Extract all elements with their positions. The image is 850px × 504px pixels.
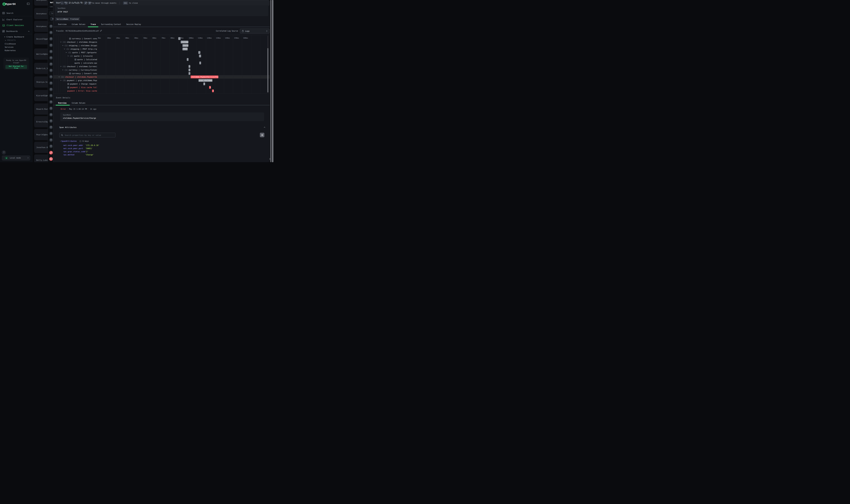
span-bar[interactable]: ( <box>188 65 190 68</box>
event-ago: 1h ago <box>86 2 92 3</box>
swap-horizontal-icon[interactable] <box>49 151 53 155</box>
local-mode-button[interactable]: U Local mode <box>2 156 30 161</box>
location-pin-icon[interactable] <box>49 132 53 135</box>
location-pin-icon[interactable] <box>49 50 53 53</box>
span-row[interactable]: currency | Convert convers… <box>53 37 97 40</box>
span-bar[interactable]: POST htt <box>182 48 188 50</box>
attribute-key[interactable]: rpc.method <box>63 154 85 156</box>
location-pin-icon[interactable] <box>49 62 53 66</box>
attribute-search-input[interactable] <box>64 134 114 137</box>
attribute-row[interactable]: rpc.method"Charge" <box>63 153 185 156</box>
location-pin-icon[interactable] <box>49 24 53 28</box>
location-pin-icon[interactable] <box>49 56 53 60</box>
span-row[interactable]: quote | calculate-quote <box>53 61 97 65</box>
preset-item-services[interactable]: Services <box>5 46 14 48</box>
location-pin-icon[interactable] <box>49 107 53 110</box>
sidebar-item-chart-explorer[interactable]: Chart Explorer <box>0 18 33 21</box>
span-row[interactable]: payment | Charge request rec… <box>53 82 97 86</box>
scrollbar-thumb[interactable] <box>270 0 271 162</box>
span-row[interactable]: quote | Calculated q… <box>53 58 97 61</box>
span-row[interactable]: (1)shipping | oteldemo.Shipping… <box>53 44 97 47</box>
attribute-key[interactable]: net.sock.peer.addr <box>63 144 85 146</box>
scrollbar-thumb[interactable] <box>272 0 274 162</box>
span-bar[interactable]: oteldemo. <box>182 44 188 47</box>
session-title: Wal <box>50 1 54 4</box>
location-pin-icon[interactable] <box>49 88 53 91</box>
terminal-icon[interactable] <box>49 157 53 161</box>
span-bar[interactable]: ( <box>203 83 205 85</box>
span-row[interactable]: (1)shipping | POST http://quo… <box>53 47 97 51</box>
attribute-row[interactable]: rpc.grpc.status_code"2" <box>63 150 185 153</box>
event-tab-column-values[interactable]: Column Values <box>72 102 85 104</box>
chevron-down-icon <box>67 55 69 57</box>
chevron-up-icon[interactable] <box>264 127 266 128</box>
attribute-row[interactable]: net.sock.peer.port"50051" <box>63 147 185 150</box>
location-pin-icon[interactable] <box>49 37 53 41</box>
span-row[interactable]: (1)checkout | oteldemo.CurrencySe… <box>53 65 97 68</box>
location-pin-icon[interactable] <box>49 31 53 34</box>
attribute-key[interactable]: rpc.grpc.status_code <box>63 150 85 152</box>
trace-drawer: Unset·May 15 1:40:14 PM·1h ago SpanName … <box>53 0 270 162</box>
span-bar[interactable] <box>198 51 200 54</box>
service-name-badge[interactable]: ServiceName: frontend <box>55 17 80 21</box>
span-bar[interactable]: V <box>209 86 211 89</box>
session-label: Roderick_S <box>36 67 48 70</box>
presets-toggle[interactable]: PRESETS <box>5 39 16 41</box>
span-attributes-root[interactable]: ▾ SpanAttributes {} 6 keys <box>60 140 89 142</box>
location-pin-icon[interactable] <box>49 100 53 104</box>
sidebar: HyperDX SearchChart ExplorerClient Sessi… <box>0 0 33 162</box>
tab-column-values[interactable]: Column Values <box>72 23 85 25</box>
sidebar-item-client-sessions[interactable]: Client Sessions <box>0 23 33 27</box>
sidebar-item-search[interactable]: Search <box>0 11 33 15</box>
attribute-key[interactable]: net.sock.peer.port <box>63 147 85 149</box>
event-tab-overview[interactable]: Overview <box>58 102 67 104</box>
span-row[interactable]: (1)quote | POST /getquote <box>53 51 97 54</box>
help-button[interactable]: ? <box>2 150 6 155</box>
span-bar[interactable] <box>199 55 201 57</box>
span-row[interactable]: payment | Visa cache full: c… <box>53 86 97 89</box>
attribute-row[interactable]: net.sock.peer.addr"172.28.0.10" <box>63 144 185 147</box>
tab-session-replay[interactable]: Session Replay <box>126 23 141 25</box>
span-bar[interactable]: oteldemo.PaymentService/Char <box>191 75 218 78</box>
location-pin-icon[interactable] <box>49 81 53 85</box>
preset-item-clickhouse[interactable]: Clickhouse <box>5 43 16 45</box>
waterfall-scrollbar[interactable] <box>267 36 268 93</box>
create-dashboard-button[interactable]: + Create Dashboard <box>4 36 24 38</box>
location-pin-icon[interactable] <box>49 69 53 72</box>
drawer-tabs: OverviewColumn ValuesTraceSurrounding Co… <box>53 23 141 25</box>
key-esc[interactable]: ESC <box>123 2 128 4</box>
gear-icon[interactable] <box>260 133 265 137</box>
location-pin-icon[interactable] <box>49 119 53 123</box>
tab-overview[interactable]: Overview <box>58 23 67 25</box>
edit-icon[interactable] <box>100 30 102 32</box>
location-pin-icon[interactable] <box>49 94 53 97</box>
location-pin-icon[interactable] <box>49 43 53 47</box>
preset-item-kubernetes[interactable]: Kubernetes <box>5 49 16 51</box>
log-source-select[interactable]: Logs <box>240 29 269 34</box>
span-row[interactable]: (1)currency | Currency/Convert <box>53 68 97 72</box>
span-row[interactable]: payment | Error: Visa cache ful… <box>53 89 97 93</box>
location-pin-icon[interactable] <box>49 144 53 148</box>
span-bar[interactable]: E <box>212 89 214 92</box>
span-row[interactable]: currency | Convert convers… <box>53 72 97 75</box>
span-row[interactable]: (2)quote | {closure} <box>53 54 97 58</box>
span-bar[interactable]: grpc.oteldemo. <box>198 79 213 82</box>
location-pin-icon[interactable] <box>49 125 53 129</box>
location-pin-icon[interactable] <box>49 113 53 116</box>
tab-surrounding-context[interactable]: Surrounding Context <box>101 23 121 25</box>
span-bar[interactable] <box>178 37 181 40</box>
span-bar[interactable]: oteldemo. <box>181 41 188 43</box>
location-pin-icon[interactable] <box>49 138 53 142</box>
span-bar[interactable] <box>187 58 188 61</box>
sidebar-item-dashboards[interactable]: Dashboards <box>0 29 33 33</box>
span-row[interactable]: (1)checkout | oteldemo.PaymentServi… <box>53 75 97 79</box>
span-bar[interactable]: ( <box>188 72 190 75</box>
span-bar[interactable] <box>199 61 201 64</box>
span-row[interactable]: (3)payment | grpc.oteldemo.Paymen… <box>53 79 97 82</box>
span-bar[interactable]: ( <box>188 69 190 71</box>
get-started-button[interactable]: Get Started for Free <box>5 65 27 69</box>
span-row[interactable]: (1)checkout | oteldemo.ShippingSe… <box>53 40 97 44</box>
sidebar-collapse-icon[interactable] <box>27 3 30 5</box>
tab-trace[interactable]: Trace <box>91 23 96 25</box>
location-pin-icon[interactable] <box>49 75 53 79</box>
